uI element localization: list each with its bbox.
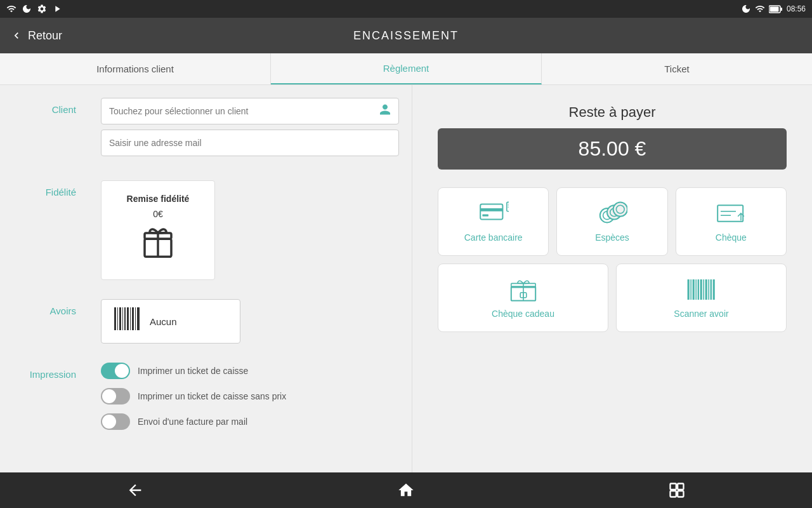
back-arrow-icon	[126, 481, 144, 499]
carte-bancaire-icon	[478, 201, 509, 226]
svg-rect-8	[119, 307, 121, 330]
avoirs-label: Avoirs	[19, 299, 89, 316]
svg-rect-36	[692, 279, 694, 300]
email-input-wrapper	[101, 130, 399, 156]
settings-icon	[37, 4, 47, 14]
client-input-wrapper	[101, 98, 399, 124]
tab-bar: Informations client Règlement Ticket	[0, 53, 812, 85]
fidelite-amount: 0€	[153, 209, 163, 219]
home-nav-button[interactable]	[387, 475, 425, 505]
cheque-label: Chèque	[716, 232, 747, 243]
avoirs-text: Aucun	[150, 316, 177, 327]
svg-rect-11	[127, 307, 129, 330]
svg-rect-47	[670, 491, 676, 497]
status-icons-right: 08:56	[741, 4, 806, 14]
back-nav-button[interactable]	[116, 475, 154, 505]
svg-rect-13	[132, 307, 134, 330]
especes-button[interactable]: Espèces	[556, 187, 667, 256]
avoirs-card: Aucun	[101, 299, 240, 344]
signal-icon	[755, 4, 765, 14]
recents-icon	[668, 481, 686, 499]
status-bar: 08:56	[0, 0, 812, 18]
svg-rect-41	[705, 279, 707, 300]
svg-point-24	[613, 202, 627, 216]
right-panel: Reste à payer 85.00 € Carte bancaire	[412, 85, 812, 472]
fidelite-label: Fidélité	[19, 180, 89, 197]
barcode-icon	[114, 307, 140, 335]
cheque-icon	[716, 201, 746, 226]
toggle-facture-label: Envoi d'une facture par mail	[138, 417, 247, 427]
svg-rect-12	[130, 307, 131, 330]
svg-rect-40	[703, 279, 704, 300]
play-icon	[52, 4, 62, 14]
battery-icon	[769, 5, 783, 13]
impression-option-0: Imprimer un ticket de caisse	[101, 363, 286, 379]
gift-icon	[140, 224, 176, 267]
toggle-facture[interactable]	[101, 413, 130, 430]
tab-reglement[interactable]: Règlement	[271, 53, 542, 84]
scanner-avoir-button[interactable]: Scanner avoir	[616, 264, 787, 332]
impression-option-2: Envoi d'une facture par mail	[101, 413, 286, 430]
svg-rect-42	[708, 279, 709, 300]
person-icon	[379, 104, 391, 119]
svg-rect-10	[124, 307, 126, 330]
svg-rect-18	[482, 215, 488, 217]
toggle-ticket-sans-prix[interactable]	[101, 388, 130, 404]
impression-label: Impression	[19, 363, 89, 380]
svg-rect-44	[712, 279, 714, 300]
time-display: 08:56	[787, 4, 806, 13]
fidelite-card-title: Remise fidélité	[127, 194, 190, 204]
scanner-avoir-icon	[686, 277, 717, 302]
svg-rect-16	[480, 204, 502, 220]
back-button[interactable]: Retour	[10, 29, 62, 43]
top-nav: Retour ENCAISSEMENT	[0, 18, 812, 53]
status-icons-left	[6, 4, 62, 14]
night-icon	[741, 4, 751, 14]
avoirs-row: Avoirs A	[19, 299, 399, 344]
client-row: Client	[19, 98, 399, 161]
tab-ticket[interactable]: Ticket	[542, 53, 812, 84]
fidelite-row: Fidélité Remise fidélité 0€	[19, 180, 399, 280]
amount-badge: 85.00 €	[438, 128, 787, 170]
moon-icon	[22, 4, 32, 14]
svg-rect-6	[114, 307, 116, 330]
client-fields	[101, 98, 399, 161]
svg-rect-26	[718, 205, 743, 222]
reste-label: Reste à payer	[569, 104, 656, 121]
svg-rect-39	[700, 279, 702, 300]
toggle-ticket-sans-prix-label: Imprimer un ticket de caisse sans prix	[138, 391, 286, 401]
wifi-icon	[6, 4, 16, 14]
svg-rect-19	[506, 202, 508, 211]
toggle-ticket[interactable]	[101, 363, 130, 379]
svg-rect-14	[135, 307, 136, 330]
cheque-cadeau-button[interactable]: Chèque cadeau	[438, 264, 608, 332]
back-chevron-icon	[10, 29, 23, 42]
email-input[interactable]	[101, 130, 399, 156]
cheque-button[interactable]: Chèque	[676, 187, 787, 256]
scanner-avoir-label: Scanner avoir	[674, 309, 728, 319]
carte-bancaire-label: Carte bancaire	[464, 232, 523, 243]
back-label: Retour	[28, 29, 62, 43]
svg-rect-48	[678, 491, 683, 497]
tab-informations-client[interactable]: Informations client	[0, 53, 271, 84]
recents-nav-button[interactable]	[658, 475, 696, 505]
carte-bancaire-button[interactable]: Carte bancaire	[438, 187, 549, 256]
payment-grid-row1: Carte bancaire Espèces	[438, 187, 787, 256]
svg-rect-1	[769, 6, 778, 11]
svg-rect-7	[117, 307, 118, 330]
svg-rect-37	[695, 279, 697, 300]
fidelite-card: Remise fidélité 0€	[101, 180, 215, 280]
bottom-nav	[0, 472, 812, 508]
svg-rect-9	[122, 307, 123, 330]
cheque-cadeau-label: Chèque cadeau	[492, 309, 554, 319]
client-label: Client	[19, 98, 89, 115]
impression-row: Impression Imprimer un ticket de caisse …	[19, 363, 399, 439]
impression-option-1: Imprimer un ticket de caisse sans prix	[101, 388, 286, 404]
svg-rect-43	[710, 279, 711, 300]
client-search-input[interactable]	[101, 98, 399, 124]
svg-rect-15	[137, 307, 140, 330]
payment-grid-row2: Chèque cadeau Scanner avoir	[438, 264, 787, 332]
svg-rect-45	[670, 484, 676, 490]
main-content: Client Fidélité Remise fidélité 0€	[0, 85, 812, 472]
impression-options: Imprimer un ticket de caisse Imprimer un…	[101, 363, 286, 439]
